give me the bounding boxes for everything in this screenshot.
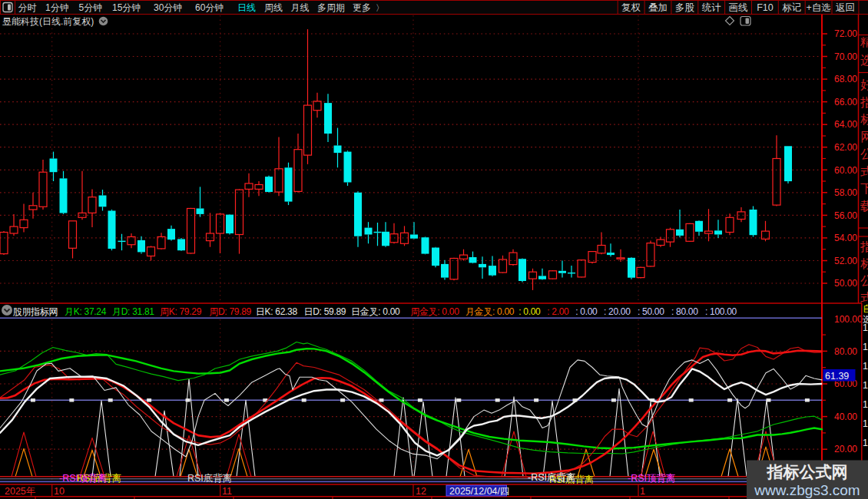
svg-text:下: 下 (860, 182, 868, 195)
svg-text:2025年: 2025年 (5, 486, 35, 497)
svg-text:公: 公 (860, 147, 868, 160)
svg-text:61.39: 61.39 (825, 371, 849, 382)
svg-text:选: 选 (860, 54, 868, 67)
svg-text:58.00: 58.00 (834, 187, 857, 198)
svg-text:+自选: +自选 (806, 2, 830, 13)
svg-text:画线: 画线 (729, 2, 748, 13)
svg-text:68.00: 68.00 (834, 74, 857, 84)
svg-text:〉: 〉 (376, 3, 384, 12)
svg-text:公: 公 (860, 274, 868, 287)
svg-text:统计: 统计 (702, 2, 722, 13)
svg-text:1分钟: 1分钟 (45, 2, 69, 13)
svg-text:股朋指标网: 股朋指标网 (13, 306, 58, 317)
svg-text:1: 1 (863, 361, 868, 372)
svg-text:日线: 日线 (237, 2, 256, 13)
svg-text:指: 指 (860, 96, 868, 109)
svg-text:周金叉: 0.00: 周金叉: 0.00 (410, 306, 459, 317)
svg-text:66.00: 66.00 (834, 97, 857, 107)
svg-text:70.00: 70.00 (834, 51, 857, 62)
svg-text:1: 1 (640, 486, 645, 497)
svg-text:月K: 37.24: 月K: 37.24 (65, 306, 107, 317)
svg-text:自: 自 (863, 303, 868, 314)
svg-text:5分钟: 5分钟 (79, 2, 103, 13)
svg-text:月D: 31.81: 月D: 31.81 (112, 306, 154, 317)
svg-text:: 50.00: : 50.00 (638, 306, 664, 317)
svg-text:1: 1 (863, 418, 868, 429)
svg-text:RSI底背离: RSI底背离 (187, 473, 232, 484)
svg-text:日D: 59.89: 日D: 59.89 (304, 306, 346, 317)
svg-text:56.00: 56.00 (834, 210, 857, 221)
svg-text:好: 好 (860, 78, 868, 91)
svg-text:周K: 79.29: 周K: 79.29 (160, 306, 202, 317)
svg-text:12: 12 (416, 486, 426, 497)
svg-text:60.00: 60.00 (834, 165, 857, 176)
svg-text:多股: 多股 (675, 2, 695, 13)
svg-text:1: 1 (863, 342, 868, 352)
svg-text:40.00: 40.00 (834, 411, 857, 422)
svg-text:2025/12/04/四: 2025/12/04/四 (449, 486, 510, 497)
svg-text:: 0.00: : 0.00 (575, 306, 598, 317)
svg-text:日金叉: 0.00: 日金叉: 0.00 (351, 306, 400, 317)
svg-text:: 100.00: : 100.00 (705, 306, 737, 317)
svg-text:30分钟: 30分钟 (154, 2, 182, 13)
svg-text:标: 标 (860, 257, 868, 270)
svg-text:F10: F10 (757, 2, 774, 13)
svg-text:叠加: 叠加 (648, 2, 668, 13)
svg-text:20.00: 20.00 (834, 444, 857, 454)
svg-text:60分钟: 60分钟 (195, 2, 224, 13)
svg-text:标: 标 (860, 113, 868, 126)
svg-text:1: 1 (863, 438, 868, 448)
svg-text:昱能科技(日线.前复权): 昱能科技(日线.前复权) (2, 16, 94, 27)
svg-text:周D: 79.89: 周D: 79.89 (209, 306, 251, 317)
svg-text:月线: 月线 (291, 2, 310, 13)
svg-text:-RSI顶背离: -RSI顶背离 (628, 473, 676, 484)
svg-text:分时: 分时 (18, 2, 37, 13)
svg-text:标记: 标记 (782, 2, 801, 13)
svg-text:式: 式 (860, 291, 868, 304)
svg-text:1: 1 (863, 399, 868, 410)
svg-text:: 2.00: : 2.00 (547, 306, 569, 317)
svg-text:精: 精 (860, 35, 868, 48)
svg-text:54.00: 54.00 (834, 233, 857, 243)
svg-text:式: 式 (860, 165, 868, 178)
svg-text:www.zbgs3.com: www.zbgs3.com (754, 482, 860, 498)
svg-text:64.00: 64.00 (834, 119, 857, 130)
svg-text:更多: 更多 (353, 2, 371, 13)
svg-text:100.00: 100.00 (834, 314, 863, 325)
svg-text:80.00: 80.00 (834, 346, 857, 357)
svg-text:复权: 复权 (621, 2, 641, 13)
svg-text:周线: 周线 (264, 2, 283, 13)
svg-text:1: 1 (863, 322, 868, 333)
svg-text:指: 指 (860, 240, 868, 253)
svg-text:月金叉: 0.00: 月金叉: 0.00 (465, 306, 515, 317)
svg-text:载: 载 (860, 200, 868, 213)
svg-text:返回: 返回 (836, 2, 855, 13)
svg-text:52.00: 52.00 (834, 256, 857, 266)
svg-text:-RSI底背离: -RSI底背离 (528, 472, 576, 483)
svg-text:62.00: 62.00 (834, 142, 857, 153)
svg-text:-RSI顶背离: -RSI顶背离 (59, 473, 108, 484)
svg-text:: 0.00: : 0.00 (518, 306, 541, 317)
svg-text:72.00: 72.00 (834, 28, 857, 39)
svg-text:11: 11 (222, 486, 232, 497)
svg-text:: 20.00: : 20.00 (604, 306, 631, 317)
svg-text:1: 1 (863, 380, 868, 391)
svg-text:指标公式网: 指标公式网 (767, 463, 848, 481)
svg-text:10: 10 (54, 486, 65, 497)
svg-text:多周期: 多周期 (317, 2, 345, 13)
svg-text:50.00: 50.00 (834, 278, 857, 289)
svg-text:日K: 62.38: 日K: 62.38 (256, 306, 298, 317)
svg-text:15分钟: 15分钟 (112, 2, 141, 13)
svg-text:: 80.00: : 80.00 (671, 306, 698, 317)
svg-text:网: 网 (860, 131, 868, 144)
